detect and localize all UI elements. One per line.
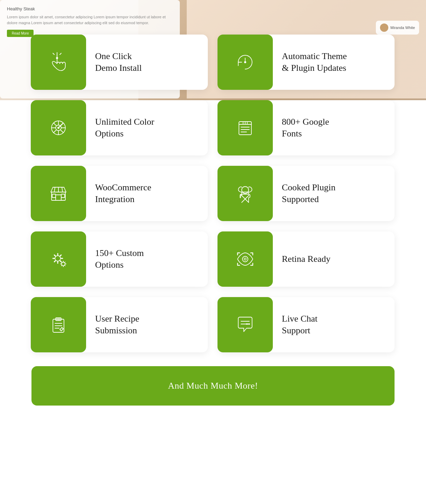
- svg-point-55: [249, 323, 250, 325]
- svg-line-13: [54, 130, 56, 133]
- feature-text-cooked: Cooked PluginSupported: [272, 175, 395, 212]
- svg-rect-30: [61, 194, 65, 198]
- feature-title-retina: Retina Ready: [282, 253, 385, 265]
- feature-title-one-click: One ClickDemo Install: [95, 50, 198, 74]
- svg-rect-29: [52, 194, 56, 198]
- svg-line-3: [60, 53, 61, 55]
- feature-card-one-click-demo: One ClickDemo Install: [31, 35, 208, 90]
- icon-wrap-woocommerce: [31, 166, 86, 221]
- icon-wrap-retina: [217, 231, 273, 287]
- feature-text-retina: Retina Ready: [272, 246, 395, 272]
- color-wheel-icon: [47, 117, 70, 139]
- chef-icon: [234, 182, 256, 205]
- svg-point-41: [244, 258, 246, 260]
- svg-line-15: [61, 130, 63, 133]
- feature-text-recipe-submission: User RecipeSubmission: [85, 306, 208, 343]
- feature-text-one-click: One ClickDemo Install: [85, 44, 208, 81]
- svg-point-38: [55, 256, 61, 261]
- store-icon: [47, 182, 70, 205]
- feature-title-colors: Unlimited ColorOptions: [95, 116, 198, 140]
- icon-wrap-fonts: [217, 100, 273, 155]
- svg-line-14: [54, 123, 56, 126]
- feature-card-auto-updates: Automatic Theme& Plugin Updates: [218, 35, 395, 90]
- feature-title-woocommerce: WooCommerceIntegration: [95, 182, 198, 205]
- svg-line-1: [53, 53, 54, 55]
- hand-pointer-icon: [47, 51, 70, 73]
- svg-line-32: [54, 187, 55, 192]
- eye-icon: [234, 248, 256, 270]
- icon-wrap-cooked: [217, 166, 273, 221]
- main-content: One ClickDemo Install Automatic Theme& P…: [0, 0, 426, 426]
- chat-icon: [234, 314, 256, 336]
- cta-wrap: And Much Much More!: [31, 366, 395, 406]
- feature-card-custom-options: 150+ CustomOptions: [31, 231, 208, 287]
- feature-title-auto-updates: Automatic Theme& Plugin Updates: [282, 50, 385, 74]
- svg-line-47: [62, 327, 63, 329]
- icon-wrap-recipe-submission: [31, 297, 86, 352]
- feature-title-cooked: Cooked PluginSupported: [282, 182, 385, 205]
- feature-title-recipe-submission: User RecipeSubmission: [95, 313, 198, 336]
- feature-card-recipe-submission: User RecipeSubmission: [31, 297, 208, 352]
- refresh-icon: [234, 51, 256, 73]
- svg-point-5: [244, 61, 246, 63]
- feature-text-fonts: 800+ GoogleFonts: [272, 109, 395, 146]
- recipe-icon: [47, 314, 70, 336]
- feature-text-live-chat: Live ChatSupport: [272, 306, 395, 343]
- feature-card-colors: Unlimited ColorOptions: [31, 100, 208, 155]
- icon-wrap-auto-updates: [217, 35, 273, 90]
- feature-card-woocommerce: WooCommerceIntegration: [31, 166, 208, 221]
- feature-card-retina: Retina Ready: [218, 231, 395, 287]
- svg-rect-26: [52, 192, 65, 200]
- icon-wrap-colors: [31, 100, 86, 155]
- svg-point-34: [242, 187, 249, 193]
- svg-line-33: [62, 187, 63, 192]
- svg-rect-28: [56, 195, 61, 200]
- feature-text-colors: Unlimited ColorOptions: [85, 109, 208, 146]
- feature-text-woocommerce: WooCommerceIntegration: [85, 175, 208, 212]
- settings-icon: [47, 248, 70, 270]
- svg-point-0: [56, 57, 58, 59]
- icon-wrap-custom-options: [31, 231, 86, 287]
- svg-point-53: [246, 323, 247, 325]
- feature-title-live-chat: Live ChatSupport: [282, 313, 385, 336]
- svg-point-54: [247, 323, 249, 325]
- icon-wrap-live-chat: [217, 297, 273, 352]
- feature-title-custom-options: 150+ CustomOptions: [95, 247, 198, 271]
- svg-point-17: [57, 127, 59, 129]
- feature-card-fonts: 800+ GoogleFonts: [218, 100, 395, 155]
- features-grid: One ClickDemo Install Automatic Theme& P…: [31, 35, 395, 352]
- cta-button[interactable]: And Much Much More!: [31, 366, 395, 406]
- feature-text-custom-options: 150+ CustomOptions: [85, 240, 208, 278]
- feature-title-fonts: 800+ GoogleFonts: [282, 116, 385, 140]
- feature-card-cooked: Cooked PluginSupported: [218, 166, 395, 221]
- fonts-icon: [234, 117, 256, 139]
- feature-text-auto-updates: Automatic Theme& Plugin Updates: [272, 44, 395, 81]
- icon-wrap-one-click: [31, 35, 86, 90]
- feature-card-live-chat: Live ChatSupport: [218, 297, 395, 352]
